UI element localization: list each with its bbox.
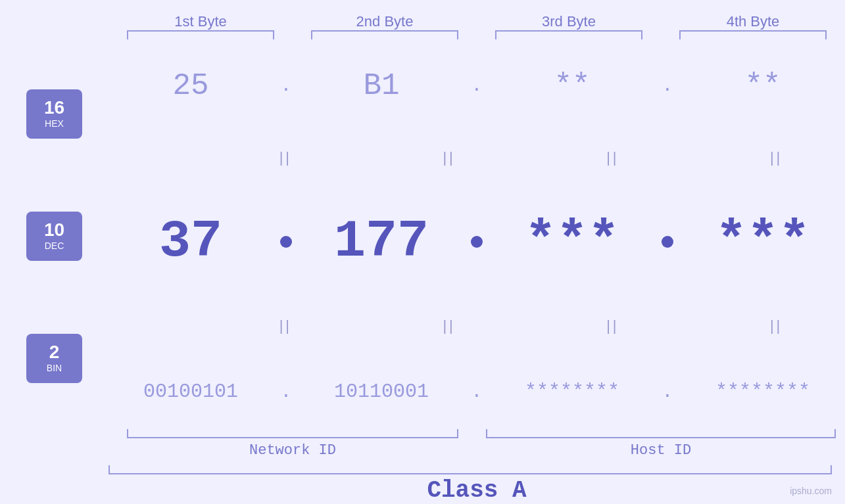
network-id-bracket: Network ID	[109, 429, 477, 459]
hex-val-2: B1	[299, 69, 464, 103]
main-container: 1st Byte 2nd Byte 3rd Byte 4th Byte 16 H…	[0, 0, 845, 504]
byte-headers: 1st Byte 2nd Byte 3rd Byte 4th Byte	[0, 0, 845, 30]
class-label: Class A	[427, 477, 526, 504]
class-bracket-container: Class A	[0, 465, 845, 504]
equals-row-2: || || || ||	[109, 317, 845, 334]
bin-val-1: 00100101	[109, 380, 273, 403]
hex-val-1: 25	[109, 69, 273, 103]
equals-1: ||	[217, 149, 354, 166]
watermark: ipshu.com	[790, 486, 832, 496]
bottom-brackets: Network ID Host ID	[109, 429, 845, 459]
top-bracket-cell-3	[477, 30, 661, 39]
host-bracket-line	[486, 429, 836, 438]
bin-label: BIN	[47, 363, 62, 373]
bin-val-3: ********	[490, 380, 654, 403]
dec-sep-2	[464, 231, 490, 252]
top-bracket-1	[127, 30, 274, 39]
hex-sep-3: .	[654, 76, 681, 96]
top-bracket-cell-2	[293, 30, 477, 39]
hex-row: 25 . B1 . ** . **	[109, 69, 845, 103]
values-grid: 25 . B1 . ** . ** || ||	[109, 46, 845, 426]
top-bracket-4	[679, 30, 827, 39]
equals-4: ||	[708, 149, 845, 166]
equals-2: ||	[381, 149, 518, 166]
dec-number: 10	[44, 221, 64, 239]
network-id-label: Network ID	[249, 442, 336, 459]
hex-badge: 16 HEX	[26, 89, 82, 139]
top-bracket-3	[495, 30, 642, 39]
bin-sep-3: .	[654, 382, 681, 402]
left-labels: 16 HEX 10 DEC 2 BIN	[0, 46, 109, 426]
byte-header-3: 3rd Byte	[477, 13, 661, 30]
hex-sep-1: .	[273, 76, 299, 96]
top-brackets	[0, 30, 845, 39]
equals-5: ||	[217, 317, 354, 334]
equals-3: ||	[544, 149, 682, 166]
hex-val-3: **	[490, 69, 654, 103]
top-bracket-2	[311, 30, 458, 39]
equals-row-1: || || || ||	[109, 149, 845, 166]
hex-label: HEX	[45, 118, 64, 129]
dec-val-2: 177	[299, 212, 464, 271]
equals-6: ||	[381, 317, 518, 334]
top-bracket-cell-4	[661, 30, 845, 39]
bin-sep-1: .	[273, 382, 299, 402]
hex-val-4: **	[681, 69, 845, 103]
bin-row: 00100101 . 10110001 . ******** . *******…	[109, 380, 845, 403]
dec-val-4: ***	[681, 212, 845, 271]
bin-val-4: ********	[681, 380, 845, 403]
byte-header-2: 2nd Byte	[293, 13, 477, 30]
equals-7: ||	[544, 317, 682, 334]
main-content: 16 HEX 10 DEC 2 BIN 25 . B1	[0, 46, 845, 426]
top-bracket-cell-1	[109, 30, 293, 39]
dec-badge: 10 DEC	[26, 212, 82, 261]
network-bracket-line	[127, 429, 458, 438]
bottom-area: Network ID Host ID	[0, 429, 845, 459]
dec-label: DEC	[45, 241, 64, 251]
dec-sep-3	[654, 231, 681, 252]
equals-8: ||	[708, 317, 845, 334]
bin-badge: 2 BIN	[26, 334, 82, 383]
host-id-label: Host ID	[631, 442, 691, 459]
host-id-bracket: Host ID	[477, 429, 845, 459]
bin-sep-2: .	[464, 382, 490, 402]
bin-number: 2	[49, 343, 60, 361]
byte-header-1: 1st Byte	[109, 13, 293, 30]
dec-sep-1	[273, 231, 299, 252]
hex-sep-2: .	[464, 76, 490, 96]
dec-row: 37 177 *** ***	[109, 212, 845, 271]
bin-val-2: 10110001	[299, 380, 464, 403]
byte-header-4: 4th Byte	[661, 13, 845, 30]
dec-val-3: ***	[490, 212, 654, 271]
hex-number: 16	[44, 99, 64, 117]
class-bracket-line	[109, 465, 832, 474]
class-label-row: Class A	[109, 474, 845, 504]
dec-val-1: 37	[109, 212, 273, 271]
